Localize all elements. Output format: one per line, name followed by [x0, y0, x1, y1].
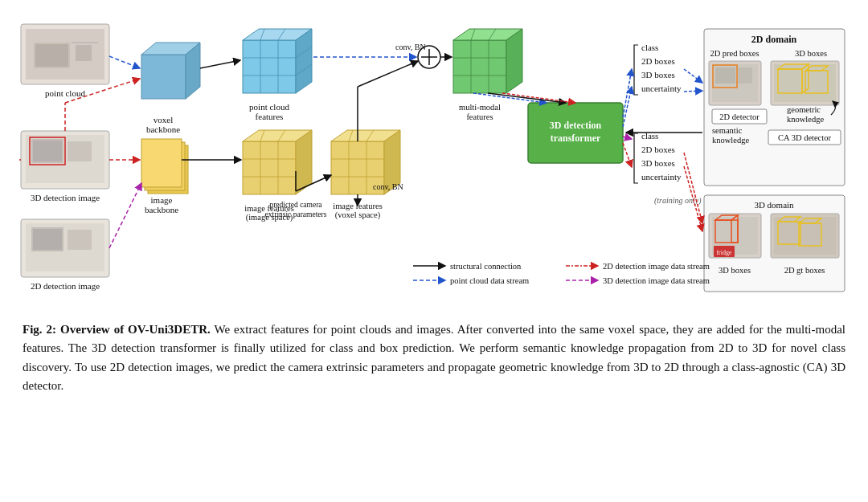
svg-rect-15	[33, 141, 62, 161]
svg-text:transformer: transformer	[551, 133, 601, 144]
svg-text:conv, BN: conv, BN	[373, 182, 403, 191]
svg-text:point cloud data stream: point cloud data stream	[450, 276, 529, 285]
svg-text:3D domain: 3D domain	[754, 200, 794, 210]
svg-rect-31	[243, 40, 296, 93]
svg-text:uncertainty: uncertainty	[641, 84, 682, 93]
svg-text:(voxel space): (voxel space)	[335, 210, 381, 220]
svg-rect-77	[453, 40, 506, 93]
svg-line-155	[358, 61, 418, 87]
svg-text:geometric: geometric	[787, 105, 821, 114]
svg-text:2D boxes: 2D boxes	[641, 56, 675, 66]
svg-text:conv, BN: conv, BN	[395, 43, 426, 51]
svg-text:3D detection image: 3D detection image	[31, 193, 100, 202]
svg-text:features: features	[466, 112, 493, 121]
svg-line-162	[623, 143, 632, 167]
svg-rect-49	[243, 141, 296, 194]
svg-text:3D boxes: 3D boxes	[641, 158, 675, 168]
svg-text:2D detection image: 2D detection image	[31, 281, 100, 291]
svg-text:backbone: backbone	[145, 205, 178, 214]
svg-text:CA 3D detector: CA 3D detector	[778, 133, 831, 142]
svg-text:2D detector: 2D detector	[719, 112, 760, 121]
svg-text:predicted camera: predicted camera	[269, 201, 322, 209]
svg-text:voxel: voxel	[154, 115, 173, 124]
svg-text:image: image	[151, 195, 173, 205]
diagram: point cloud 3D detection image 2D detect…	[19, 14, 849, 316]
svg-rect-26	[141, 55, 186, 99]
svg-line-164	[684, 91, 702, 92]
svg-rect-46	[141, 139, 182, 187]
svg-line-163	[684, 69, 702, 83]
svg-line-157	[488, 93, 566, 103]
svg-text:class: class	[641, 43, 658, 52]
svg-rect-107	[738, 67, 752, 84]
svg-text:3D boxes: 3D boxes	[641, 70, 675, 80]
svg-rect-10	[76, 45, 92, 61]
svg-text:structural connection: structural connection	[450, 262, 522, 271]
svg-line-142	[200, 60, 240, 68]
svg-rect-106	[715, 67, 735, 84]
svg-rect-23	[33, 229, 62, 250]
svg-text:semantic: semantic	[712, 126, 743, 135]
svg-text:3D boxes: 3D boxes	[795, 49, 827, 58]
svg-text:2D domain: 2D domain	[751, 34, 797, 45]
svg-marker-39	[296, 29, 312, 93]
caption-bold-prefix: Fig. 2: Overview of OV-Uni3DETR.	[23, 323, 211, 336]
svg-rect-16	[68, 141, 92, 161]
svg-text:point cloud: point cloud	[45, 88, 85, 98]
svg-text:backbone: backbone	[146, 124, 180, 134]
page: point cloud 3D detection image 2D detect…	[0, 0, 868, 502]
svg-text:2D pred boxes: 2D pred boxes	[710, 49, 759, 58]
svg-text:knowledge: knowledge	[787, 115, 824, 124]
svg-line-165	[684, 153, 702, 223]
svg-text:uncertainty: uncertainty	[641, 172, 682, 182]
svg-line-161	[623, 137, 632, 139]
figure-caption: Fig. 2: Overview of OV-Uni3DETR. We extr…	[19, 320, 849, 395]
svg-text:3D detection: 3D detection	[550, 120, 602, 131]
svg-text:features: features	[256, 112, 284, 121]
svg-text:point cloud: point cloud	[249, 102, 289, 112]
svg-text:fridge: fridge	[716, 249, 732, 256]
svg-line-153	[109, 183, 141, 248]
svg-text:3D detection image data stream: 3D detection image data stream	[603, 276, 710, 285]
svg-rect-134	[774, 217, 836, 255]
svg-text:2D gt boxes: 2D gt boxes	[784, 266, 825, 275]
svg-text:3D boxes: 3D boxes	[719, 266, 751, 275]
svg-text:extrinsic parameters: extrinsic parameters	[265, 210, 327, 218]
svg-text:2D detection image data stream: 2D detection image data stream	[603, 262, 710, 271]
svg-text:knowledge: knowledge	[712, 136, 749, 145]
svg-text:multi-modal: multi-modal	[459, 103, 501, 112]
svg-marker-85	[506, 29, 522, 93]
svg-rect-8	[35, 44, 68, 67]
svg-text:2D boxes: 2D boxes	[641, 145, 675, 154]
svg-rect-24	[68, 230, 92, 250]
svg-line-141	[109, 56, 140, 68]
